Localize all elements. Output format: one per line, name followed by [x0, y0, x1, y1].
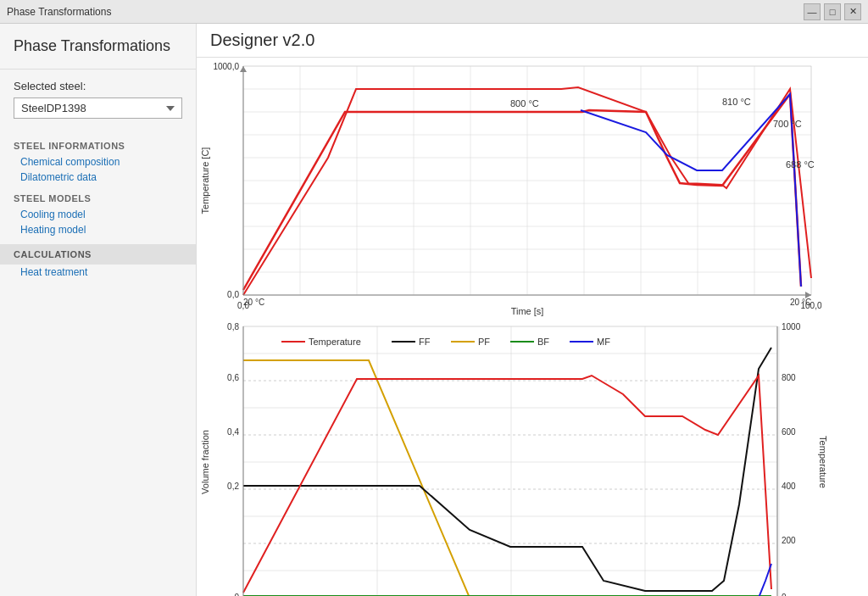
- y-tick-04: 0,4: [227, 427, 239, 437]
- calculations-title: CALCULATIONS: [14, 249, 182, 259]
- close-button[interactable]: ✕: [844, 3, 861, 20]
- legend-pf-label: PF: [478, 337, 490, 347]
- chemical-composition-link[interactable]: Chemical composition: [14, 154, 182, 170]
- yr-tick-800: 800: [782, 373, 796, 382]
- calculations-section: CALCULATIONS: [0, 244, 196, 265]
- y2-right-axis-label: Temperature: [818, 436, 828, 488]
- heat-treatment-link[interactable]: Heat treatment: [14, 265, 182, 280]
- legend-temp-label: Temperature: [309, 337, 361, 347]
- x-tick-0: 0,0: [237, 301, 249, 310]
- app-title: Phase Transformations: [7, 6, 111, 18]
- y2-axis-label: Volume fraction: [200, 430, 210, 494]
- y-tick-08: 0,8: [227, 322, 239, 331]
- y-tick-00: 0: [234, 593, 239, 596]
- label-810: 810 °C: [722, 97, 751, 107]
- yr-tick-600: 600: [782, 427, 796, 437]
- content-area: 800 °C 810 °C 700 °C 688 °C 20 °C 20 °C …: [197, 58, 868, 596]
- minimize-button[interactable]: —: [804, 3, 821, 20]
- y-tick-1000: 1000,0: [213, 62, 239, 71]
- chart1: 800 °C 810 °C 700 °C 688 °C 20 °C 20 °C …: [197, 58, 828, 316]
- cooling-model-link[interactable]: Cooling model: [14, 207, 182, 222]
- dilatometric-data-link[interactable]: Dilatometric data: [14, 170, 182, 185]
- steel-models-section: STEEL MODELS Cooling model Heating model: [0, 193, 196, 237]
- y-tick-02: 0,2: [227, 482, 239, 491]
- yr-tick-400: 400: [782, 482, 796, 491]
- charts-area[interactable]: 800 °C 810 °C 700 °C 688 °C 20 °C 20 °C …: [197, 58, 868, 596]
- legend-mf-label: MF: [597, 337, 610, 347]
- x-tick-100: 100,0: [800, 301, 821, 310]
- main-title: Designer v2.0: [210, 31, 314, 49]
- steel-info-section: STEEL INFORMATIONS Chemical composition …: [0, 141, 196, 185]
- app-container: Phase Transformations Selected steel: St…: [0, 24, 868, 596]
- main-header: Designer v2.0: [197, 24, 868, 58]
- sidebar-title: Phase Transformations: [0, 37, 196, 70]
- sidebar: Phase Transformations Selected steel: St…: [0, 24, 197, 596]
- y-axis-label: Temperature [C]: [200, 148, 210, 214]
- window-controls: — □ ✕: [804, 3, 861, 20]
- steel-models-title: STEEL MODELS: [14, 193, 182, 203]
- x-axis-label: Time [s]: [511, 306, 544, 316]
- svg-rect-21: [243, 326, 777, 596]
- yr-tick-0: 0: [782, 593, 787, 596]
- calculations-links: Heat treatment: [0, 265, 196, 280]
- main-content: Designer v2.0: [197, 24, 868, 596]
- label-688: 688 °C: [786, 159, 815, 170]
- selected-steel-label: Selected steel:: [0, 80, 196, 97]
- label-800: 800 °C: [510, 98, 539, 109]
- steel-selector[interactable]: SteelDP1398: [14, 97, 182, 119]
- yr-tick-1000: 1000: [782, 322, 801, 331]
- yr-tick-200: 200: [782, 536, 796, 545]
- label-700: 700 °C: [773, 119, 802, 129]
- legend-ff-label: FF: [419, 337, 431, 347]
- maximize-button[interactable]: □: [824, 3, 841, 20]
- chart2: Temperature FF PF BF MF 0,8 0,6 0,4 0,2: [197, 318, 828, 596]
- heating-model-link[interactable]: Heating model: [14, 222, 182, 237]
- legend-bf-label: BF: [537, 337, 549, 347]
- steel-info-title: STEEL INFORMATIONS: [14, 141, 182, 151]
- y-tick-0: 0,0: [227, 290, 239, 299]
- y-tick-06: 0,6: [227, 373, 239, 382]
- title-bar: Phase Transformations — □ ✕: [0, 0, 868, 24]
